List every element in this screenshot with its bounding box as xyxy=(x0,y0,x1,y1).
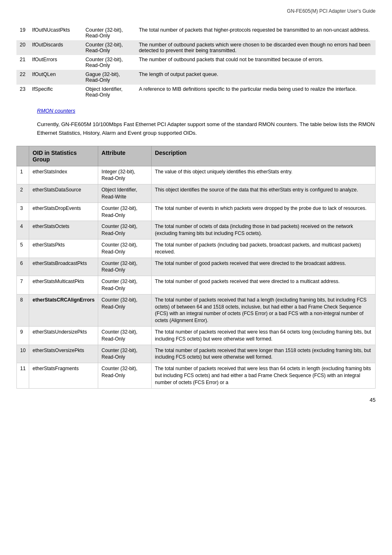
row-description: The total number of events in which pack… xyxy=(152,203,376,221)
row-num: 7 xyxy=(17,276,29,295)
row-num: 5 xyxy=(17,239,29,258)
row-description: The number of outbound packets that coul… xyxy=(136,55,376,70)
row-attribute: Counter (32-bit), Read-Only xyxy=(82,25,136,40)
row-name: IfSpecific xyxy=(29,85,82,99)
row-num: 6 xyxy=(17,258,29,276)
row-attribute: Integer (32-bit), Read-Only xyxy=(98,166,152,184)
row-description: A reference to MIB definitions specific … xyxy=(136,85,376,99)
table-row: 6 etherStatsBroadcastPkts Counter (32-bi… xyxy=(17,258,376,276)
row-description: The total number of octets of data (incl… xyxy=(152,221,376,240)
top-table: 19 IfOutNUcastPkts Counter (32-bit), Rea… xyxy=(16,25,376,99)
table-row: 2 etherStatsDataSource Object Identifier… xyxy=(17,184,376,203)
row-description: The total number of packets received tha… xyxy=(152,363,376,388)
row-description: The total number of packets received tha… xyxy=(152,345,376,363)
row-attribute: Counter (32-bit), Read-Only xyxy=(98,221,152,240)
row-oid: etherStatsCRCAlignErrors xyxy=(29,294,98,326)
row-description: The total number of packets that higher-… xyxy=(136,25,376,40)
row-attribute: Object Identifier, Read-Write xyxy=(98,184,152,203)
table-row: 11 etherStatsFragments Counter (32-bit),… xyxy=(17,363,376,388)
row-attribute: Counter (32-bit), Read-Only xyxy=(98,326,152,345)
table-row: 10 etherStatsOversizePkts Counter (32-bi… xyxy=(17,345,376,363)
row-num: 8 xyxy=(17,294,29,326)
row-num: 22 xyxy=(16,70,29,85)
row-oid: etherStatsOctets xyxy=(29,221,98,240)
row-name: IfOutErrors xyxy=(29,55,82,70)
main-table: OID in Statistics Group Attribute Descri… xyxy=(16,146,376,389)
row-description: The number of outbound packets which wer… xyxy=(136,40,376,55)
row-num: 20 xyxy=(16,40,29,55)
col-header-num xyxy=(17,146,29,166)
table-row: 21 IfOutErrors Counter (32-bit), Read-On… xyxy=(16,55,376,70)
row-num: 3 xyxy=(17,203,29,221)
row-oid: etherStatsIndex xyxy=(29,166,98,184)
row-oid: etherStatsOversizePkts xyxy=(29,345,98,363)
row-description: The length of output packet queue. xyxy=(136,70,376,85)
row-name: IfOutQLen xyxy=(29,70,82,85)
header-title: GN-FE605(M) PCI Adapter User's Guide xyxy=(287,8,376,14)
row-description: This object identifies the source of the… xyxy=(152,184,376,203)
row-attribute: Counter (32-bit), Read-Only xyxy=(82,55,136,70)
row-description: The total number of good packets receive… xyxy=(152,258,376,276)
row-num: 1 xyxy=(17,166,29,184)
row-oid: etherStatsBroadcastPkts xyxy=(29,258,98,276)
col-header-attribute: Attribute xyxy=(98,146,152,166)
row-num: 23 xyxy=(16,85,29,99)
row-description: The total number of good packets receive… xyxy=(152,276,376,295)
row-attribute: Counter (32-bit), Read-Only xyxy=(98,203,152,221)
intro-paragraph: Currently, GN-FE605M 10/100Mbps Fast Eth… xyxy=(37,120,376,138)
row-attribute: Counter (32-bit), Read-Only xyxy=(98,239,152,258)
row-attribute: Object Identifier, Read-Only xyxy=(82,85,136,99)
row-attribute: Counter (32-bit), Read-Only xyxy=(98,258,152,276)
table-row: 1 etherStatsIndex Integer (32-bit), Read… xyxy=(17,166,376,184)
row-name: IfOutDiscards xyxy=(29,40,82,55)
table-row: 22 IfOutQLen Gague (32-bit), Read-Only T… xyxy=(16,70,376,85)
table-row: 8 etherStatsCRCAlignErrors Counter (32-b… xyxy=(17,294,376,326)
table-row: 4 etherStatsOctets Counter (32-bit), Rea… xyxy=(17,221,376,240)
table-row: 5 etherStatsPkts Counter (32-bit), Read-… xyxy=(17,239,376,258)
row-oid: etherStatsMulticastPkts xyxy=(29,276,98,295)
row-description: The total number of packets (including b… xyxy=(152,239,376,258)
row-attribute: Counter (32-bit), Read-Only xyxy=(98,294,152,326)
row-description: The total number of packets received tha… xyxy=(152,326,376,345)
row-num: 10 xyxy=(17,345,29,363)
row-oid: etherStatsDataSource xyxy=(29,184,98,203)
row-oid: etherStatsPkts xyxy=(29,239,98,258)
page-header: GN-FE605(M) PCI Adapter User's Guide xyxy=(16,8,376,17)
table-row: 9 etherStatsUndersizePkts Counter (32-bi… xyxy=(17,326,376,345)
row-oid: etherStatsUndersizePkts xyxy=(29,326,98,345)
row-attribute: Gague (32-bit), Read-Only xyxy=(82,70,136,85)
row-num: 19 xyxy=(16,25,29,40)
row-attribute: Counter (32-bit), Read-Only xyxy=(98,345,152,363)
row-oid: etherStatsFragments xyxy=(29,363,98,388)
row-attribute: Counter (32-bit), Read-Only xyxy=(98,276,152,295)
page-number: 45 xyxy=(16,397,376,403)
table-row: 7 etherStatsMulticastPkts Counter (32-bi… xyxy=(17,276,376,295)
row-num: 9 xyxy=(17,326,29,345)
row-attribute: Counter (32-bit), Read-Only xyxy=(82,40,136,55)
table-row: 3 etherStatsDropEvents Counter (32-bit),… xyxy=(17,203,376,221)
row-description: The value of this object uniquely identi… xyxy=(152,166,376,184)
col-header-oid: OID in Statistics Group xyxy=(29,146,98,166)
table-row: 20 IfOutDiscards Counter (32-bit), Read-… xyxy=(16,40,376,55)
rmon-link[interactable]: RMON counters xyxy=(37,108,376,114)
row-num: 11 xyxy=(17,363,29,388)
table-row: 19 IfOutNUcastPkts Counter (32-bit), Rea… xyxy=(16,25,376,40)
row-num: 21 xyxy=(16,55,29,70)
row-attribute: Counter (32-bit), Read-Only xyxy=(98,363,152,388)
row-oid: etherStatsDropEvents xyxy=(29,203,98,221)
row-num: 2 xyxy=(17,184,29,203)
row-name: IfOutNUcastPkts xyxy=(29,25,82,40)
row-num: 4 xyxy=(17,221,29,240)
col-header-description: Description xyxy=(152,146,376,166)
table-row: 23 IfSpecific Object Identifier, Read-On… xyxy=(16,85,376,99)
row-description: The total number of packets received tha… xyxy=(152,294,376,326)
